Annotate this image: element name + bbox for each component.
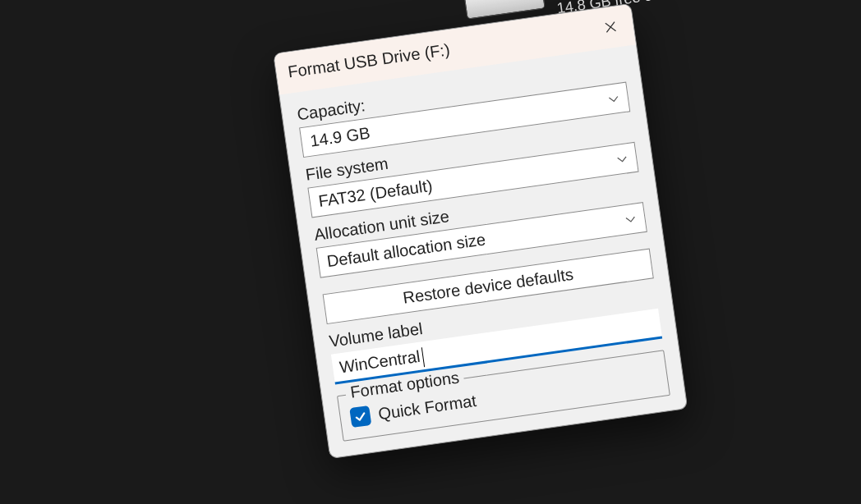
chevron-down-icon — [624, 213, 638, 226]
chevron-down-icon — [615, 153, 628, 166]
format-dialog: Format USB Drive (F:) Capacity: 14.9 GB … — [273, 3, 688, 459]
check-icon — [353, 409, 368, 424]
filesystem-value: FAT32 (Default) — [317, 176, 434, 211]
close-icon — [603, 20, 617, 34]
chevron-down-icon — [607, 92, 620, 105]
quick-format-checkbox[interactable] — [349, 405, 371, 428]
close-button[interactable] — [597, 14, 624, 40]
capacity-value: 14.9 GB — [309, 124, 371, 151]
